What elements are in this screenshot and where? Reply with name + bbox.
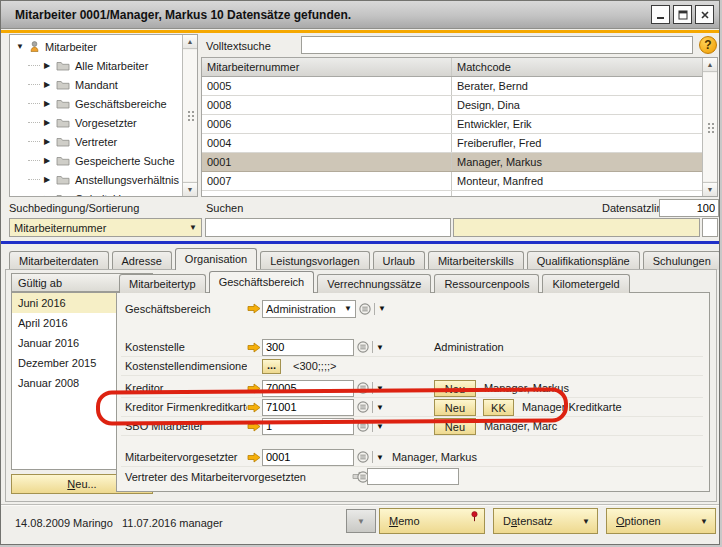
tab-adresse[interactable]: Adresse — [112, 251, 172, 270]
dropdown-arrow-icon[interactable]: ▼ — [376, 453, 384, 462]
tree-item-anstellungsverhaeltnis[interactable]: ▶ Anstellungsverhältnis — [14, 170, 197, 189]
subtab-verrechnungssaetze[interactable]: Verrechnungssätze — [317, 274, 431, 293]
expand-arrow-icon[interactable]: ▶ — [41, 194, 53, 197]
cell-mitarbeiternummer[interactable]: 0006 — [202, 115, 452, 133]
choose-from-list-icon[interactable] — [357, 420, 369, 432]
column-header-mitarbeiternummer[interactable]: Mitarbeiternummer — [202, 58, 452, 76]
firmenkreditkarte-input[interactable] — [262, 399, 354, 416]
scroll-up-icon[interactable]: ▲ — [703, 58, 717, 72]
choose-from-list-icon[interactable] — [357, 382, 369, 394]
cell-mitarbeiternummer[interactable]: 0007 — [202, 172, 452, 190]
geschaeftsbereich-dropdown[interactable]: Administration▼ — [262, 300, 356, 318]
vorgesetzter-input[interactable] — [262, 449, 354, 466]
subtab-ressourcenpools[interactable]: Ressourcenpools — [434, 274, 539, 293]
expand-arrow-icon[interactable]: ▶ — [41, 99, 53, 108]
kreditor-neu-button[interactable]: Neu — [434, 380, 476, 397]
cell-mitarbeiternummer[interactable]: 0004 — [202, 134, 452, 152]
table-row[interactable]: 0007Monteur, Manfred — [202, 172, 702, 191]
dimensions-browse-button[interactable]: ... — [262, 359, 281, 374]
link-arrow-icon[interactable] — [247, 342, 262, 353]
dropdown-arrow-icon[interactable]: ▼ — [376, 343, 384, 352]
scroll-down-icon[interactable]: ▼ — [183, 182, 197, 196]
link-arrow-icon[interactable] — [247, 452, 262, 463]
sbo-mitarbeiter-input[interactable] — [262, 418, 354, 435]
expand-arrow-icon[interactable]: ▶ — [41, 137, 53, 146]
cell-matchcode[interactable]: Manager, Markus — [452, 153, 702, 171]
table-row[interactable]: 0006Entwickler, Erik — [202, 115, 702, 134]
tab-mitarbeiterskills[interactable]: Mitarbeiterskills — [428, 251, 524, 270]
expand-arrow-icon[interactable]: ▶ — [41, 118, 53, 127]
table-row[interactable]: 0005Berater, Bernd — [202, 77, 702, 96]
title-bar[interactable]: Mitarbeiter 0001/Manager, Markus 10 Date… — [1, 1, 719, 29]
cell-matchcode[interactable]: Freiberufler, Fred — [452, 134, 702, 152]
link-arrow-icon[interactable] — [247, 402, 262, 413]
tree-item-mandant[interactable]: ▶ Mandant — [14, 75, 197, 94]
cell-matchcode[interactable]: Projektleiter, Paula — [452, 191, 702, 197]
choose-from-list-icon[interactable] — [357, 401, 369, 413]
subtab-mitarbeitertyp[interactable]: Mitarbeitertyp — [119, 274, 206, 293]
subtab-geschaeftsbereich[interactable]: Geschäftsbereich — [209, 271, 315, 293]
tree-item-alle-mitarbeiter[interactable]: ▶ Alle Mitarbeiter — [14, 56, 197, 75]
expand-arrow-icon[interactable]: ▶ — [41, 61, 53, 70]
kk-button[interactable]: KK — [483, 399, 514, 416]
scroll-up-icon[interactable]: ▲ — [183, 35, 197, 49]
scroll-down-icon[interactable]: ▼ — [703, 182, 717, 196]
column-header-matchcode[interactable]: Matchcode — [452, 58, 702, 76]
expand-arrow-icon[interactable]: ▶ — [41, 80, 53, 89]
table-row-selected[interactable]: 0001Manager, Markus — [202, 153, 702, 172]
kreditor-input[interactable] — [262, 380, 354, 397]
table-row[interactable]: 0002Projektleiter, Paula — [202, 191, 702, 197]
tab-schulungen[interactable]: Schulungen — [643, 251, 720, 270]
help-icon[interactable]: ? — [699, 36, 717, 54]
tab-organisation[interactable]: Organisation — [175, 248, 257, 270]
firmenkreditkarte-neu-button[interactable]: Neu — [434, 399, 476, 416]
memo-button[interactable]: Memo — [379, 508, 485, 534]
vertreter-input[interactable] — [367, 468, 459, 485]
collapse-button[interactable]: ▼ — [346, 509, 376, 533]
dropdown-arrow-icon[interactable]: ▼ — [378, 304, 386, 313]
cell-matchcode[interactable]: Berater, Bernd — [452, 77, 702, 95]
link-arrow-icon[interactable] — [247, 303, 262, 314]
tab-leistungsvorlagen[interactable]: Leistungsvorlagen — [260, 251, 369, 270]
link-arrow-icon[interactable] — [247, 421, 262, 432]
table-row[interactable]: 0008Design, Dina — [202, 96, 702, 115]
cell-mitarbeiternummer[interactable]: 0002 — [202, 191, 452, 197]
expand-arrow-icon[interactable]: ▶ — [41, 156, 53, 165]
sort-dropdown[interactable]: Mitarbeiternummer ▼ — [9, 218, 202, 237]
datensatzlimit-input[interactable] — [659, 199, 719, 217]
tab-qualifikationsplaene[interactable]: Qualifikationspläne — [527, 251, 640, 270]
tree-item-gehaltsklasse[interactable]: ▶ Gehaltsklasse — [14, 189, 197, 197]
optionen-button[interactable]: Optionen ▼ — [606, 508, 716, 534]
tree-item-gespeicherte-suche[interactable]: ▶ Gespeicherte Suche — [14, 151, 197, 170]
link-arrow-icon[interactable] — [247, 383, 262, 394]
cell-matchcode[interactable]: Entwickler, Erik — [452, 115, 702, 133]
subtab-kilometergeld[interactable]: Kilometergeld — [542, 274, 629, 293]
cell-matchcode[interactable]: Monteur, Manfred — [452, 172, 702, 190]
table-header[interactable]: Mitarbeiternummer Matchcode — [202, 58, 702, 77]
tab-mitarbeiterdaten[interactable]: Mitarbeiterdaten — [9, 251, 109, 270]
search-extra-field[interactable] — [453, 218, 700, 237]
table-scrollbar-thumb[interactable] — [703, 73, 717, 181]
cell-mitarbeiternummer[interactable]: 0001 — [202, 153, 452, 171]
mini-field[interactable] — [702, 218, 718, 237]
table-row[interactable]: 0004Freiberufler, Fred — [202, 134, 702, 153]
tree-item-geschaeftsbereiche[interactable]: ▶ Geschäftsbereiche — [14, 94, 197, 113]
dropdown-arrow-icon[interactable]: ▼ — [376, 422, 384, 431]
cell-mitarbeiternummer[interactable]: 0008 — [202, 96, 452, 114]
tree-item-vertreter[interactable]: ▶ Vertreter — [14, 132, 197, 151]
choose-from-list-icon[interactable] — [359, 303, 371, 315]
cell-mitarbeiternummer[interactable]: 0005 — [202, 77, 452, 95]
volltextsuche-input[interactable] — [301, 36, 693, 54]
tree-scrollbar[interactable]: ▲ ▼ — [182, 35, 197, 196]
expand-arrow-icon[interactable]: ▶ — [41, 175, 53, 184]
close-button[interactable] — [695, 5, 714, 24]
dropdown-arrow-icon[interactable]: ▼ — [376, 403, 384, 412]
cell-matchcode[interactable]: Design, Dina — [452, 96, 702, 114]
dropdown-arrow-icon[interactable]: ▼ — [376, 384, 384, 393]
datensatz-button[interactable]: Datensatz ▼ — [493, 508, 598, 534]
table-scrollbar[interactable]: ▲ ▼ — [702, 58, 717, 196]
collapse-arrow-icon[interactable]: ▼ — [14, 42, 26, 51]
choose-from-list-icon[interactable] — [357, 451, 369, 463]
maximize-button[interactable] — [673, 5, 692, 24]
tree-root-mitarbeiter[interactable]: ▼ Mitarbeiter — [14, 37, 197, 56]
